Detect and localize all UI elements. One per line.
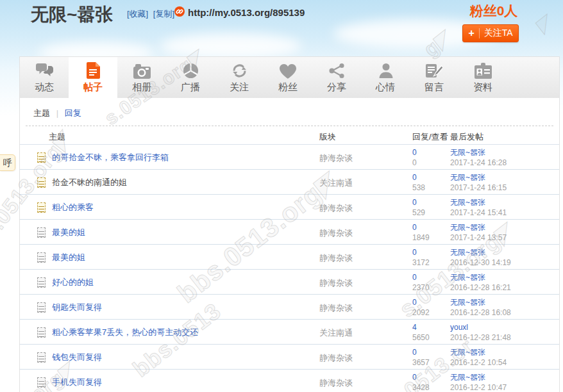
author-link[interactable]: 无限~嚣张 bbox=[450, 222, 507, 233]
view-count: 1849 bbox=[412, 233, 430, 243]
table-row: 钥匙失而复得 静海杂谈 02092 无限~嚣张2016-12-28 16:08 bbox=[20, 295, 559, 320]
topic-link[interactable]: 最美的姐 bbox=[52, 227, 85, 238]
post-date: 2017-1-24 16:15 bbox=[450, 183, 507, 193]
topic-link[interactable]: 手机失而复得 bbox=[52, 377, 102, 388]
topic-icon bbox=[37, 277, 46, 288]
reply-count: 0 bbox=[412, 197, 425, 208]
tab-xinqing[interactable]: 心情 bbox=[361, 57, 410, 98]
tab-label: 动态 bbox=[35, 81, 54, 94]
share-icon bbox=[329, 61, 345, 79]
heart-icon bbox=[280, 61, 296, 79]
reply-count: 4 bbox=[412, 322, 430, 332]
tab-dongtai[interactable]: 动态 bbox=[20, 57, 69, 98]
forum-link[interactable]: 关注南通 bbox=[319, 328, 353, 338]
side-call-tab[interactable]: 呼 bbox=[0, 154, 15, 171]
post-date: 2016-12-30 14:19 bbox=[450, 257, 511, 268]
person-icon bbox=[378, 61, 394, 79]
author-link[interactable]: 无限~嚣张 bbox=[450, 347, 507, 357]
topic-link[interactable]: 拾金不昧的南通的姐 bbox=[52, 177, 127, 188]
view-count: 538 bbox=[412, 183, 425, 193]
topic-icon bbox=[37, 252, 46, 263]
tab-label: 分享 bbox=[327, 81, 346, 94]
column-header-subject: 主题 bbox=[49, 131, 65, 143]
post-date: 2017-1-24 15:41 bbox=[450, 208, 507, 218]
author-link[interactable]: 无限~嚣张 bbox=[450, 147, 507, 158]
profile-content-box: 动态 帖子 bbox=[19, 56, 560, 392]
table-row: 手机失而复得 静海杂谈 03428 无限~嚣张2016-12-2 10:47 bbox=[20, 370, 559, 392]
subnav: 主题 | 回复 bbox=[20, 98, 559, 126]
table-row: 最美的姐 静海杂谈 01849 无限~嚣张2017-1-24 13:57 bbox=[20, 220, 559, 245]
topic-icon bbox=[37, 227, 46, 238]
reply-count: 0 bbox=[412, 172, 425, 183]
forum-link[interactable]: 静海杂谈 bbox=[319, 353, 353, 363]
bookmark-link[interactable]: [收藏] bbox=[127, 9, 148, 19]
topic-link[interactable]: 粗心的乘客 bbox=[52, 202, 94, 213]
author-link[interactable]: 无限~嚣张 bbox=[450, 272, 511, 282]
column-header-last-post: 最后发帖 bbox=[450, 131, 483, 143]
topic-link[interactable]: 的哥拾金不昧，乘客拿回行李箱 bbox=[52, 152, 169, 163]
forum-link[interactable]: 静海杂谈 bbox=[319, 253, 353, 263]
forum-link[interactable]: 静海杂谈 bbox=[319, 278, 353, 288]
topic-list: 的哥拾金不昧，乘客拿回行李箱 静海杂谈 00 无限~嚣张2017-1-24 16… bbox=[20, 145, 559, 392]
broadcast-icon bbox=[183, 61, 199, 79]
tab-tiezi[interactable]: 帖子 bbox=[69, 57, 117, 98]
view-count: 3657 bbox=[412, 357, 430, 368]
topic-link[interactable]: 钱包失而复得 bbox=[52, 352, 102, 363]
tab-label: 粉丝 bbox=[278, 81, 298, 94]
reply-count: 0 bbox=[412, 222, 430, 233]
view-count: 0 bbox=[412, 158, 417, 168]
subnav-reply-link[interactable]: 回复 bbox=[65, 108, 81, 118]
tab-xiangce[interactable]: 相册 bbox=[117, 57, 166, 98]
tab-fensi[interactable]: 粉丝 bbox=[264, 57, 312, 98]
reply-count: 0 bbox=[412, 347, 430, 357]
forum-link[interactable]: 静海杂谈 bbox=[319, 303, 353, 313]
author-link[interactable]: 无限~嚣张 bbox=[450, 172, 507, 183]
plus-icon: + bbox=[468, 28, 474, 38]
author-link[interactable]: 无限~嚣张 bbox=[450, 297, 511, 307]
message-edit-icon bbox=[426, 61, 442, 79]
subnav-theme[interactable]: 主题 bbox=[33, 108, 50, 118]
view-count: 2370 bbox=[412, 282, 430, 293]
tab-guangbo[interactable]: 广播 bbox=[166, 57, 215, 98]
topic-link[interactable]: 好心的的姐 bbox=[52, 277, 94, 288]
tab-label: 资料 bbox=[473, 81, 492, 94]
follow-button-label: 关注TA bbox=[484, 28, 513, 39]
copy-link[interactable]: [复制] bbox=[153, 9, 174, 19]
forum-link[interactable]: 静海杂谈 bbox=[319, 228, 353, 238]
table-row: 粗心乘客苹果7丢失，热心的哥主动交还 关注南通 45650 youxl2016-… bbox=[20, 320, 559, 345]
post-date: 2016-12-2 10:54 bbox=[450, 357, 507, 368]
id-card-icon bbox=[475, 61, 492, 79]
tab-liuyan[interactable]: 留言 bbox=[410, 57, 458, 98]
topic-link[interactable]: 粗心乘客苹果7丢失，热心的哥主动交还 bbox=[52, 327, 198, 338]
reply-count: 0 bbox=[412, 372, 430, 382]
column-header-counts: 回复/查看 bbox=[412, 131, 448, 143]
topic-link[interactable]: 最美的姐 bbox=[52, 252, 85, 263]
link-chain-icon bbox=[174, 6, 185, 19]
view-count: 2092 bbox=[412, 307, 430, 318]
tab-fenxiang[interactable]: 分享 bbox=[312, 57, 361, 98]
table-row: 拾金不昧的南通的姐 关注南通 0538 无限~嚣张2017-1-24 16:15 bbox=[20, 170, 559, 195]
forum-link[interactable]: 静海杂谈 bbox=[319, 378, 353, 388]
tab-guanzhu[interactable]: 关注 bbox=[215, 57, 264, 98]
profile-url: http://my.0513.org/895139 bbox=[188, 7, 305, 18]
topic-icon bbox=[37, 302, 46, 313]
author-link[interactable]: 无限~嚣张 bbox=[450, 247, 511, 257]
topic-link[interactable]: 钥匙失而复得 bbox=[52, 302, 102, 313]
forum-link[interactable]: 静海杂谈 bbox=[319, 203, 353, 213]
author-link[interactable]: 无限~嚣张 bbox=[450, 197, 507, 208]
author-link[interactable]: youxl bbox=[450, 322, 511, 332]
post-date: 2016-12-28 16:08 bbox=[450, 307, 511, 318]
camera-icon bbox=[133, 61, 151, 79]
tab-ziliao[interactable]: 资料 bbox=[458, 57, 507, 98]
view-count: 3172 bbox=[412, 257, 430, 268]
post-date: 2016-12-28 21:48 bbox=[450, 332, 511, 343]
tab-label: 相册 bbox=[132, 81, 151, 94]
column-header-forum: 版块 bbox=[319, 131, 336, 143]
table-row: 最美的姐 静海杂谈 03172 无限~嚣张2016-12-30 14:19 bbox=[20, 245, 559, 270]
follow-button[interactable]: + 关注TA bbox=[462, 24, 519, 42]
author-link[interactable]: 无限~嚣张 bbox=[450, 372, 507, 382]
forum-link[interactable]: 静海杂谈 bbox=[319, 153, 353, 163]
forum-link[interactable]: 关注南通 bbox=[319, 178, 353, 188]
view-count: 3428 bbox=[412, 382, 430, 392]
profile-tab-bar: 动态 帖子 bbox=[20, 57, 559, 98]
